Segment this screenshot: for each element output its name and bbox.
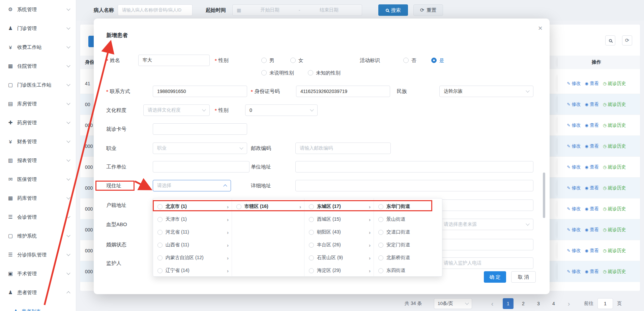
view-link[interactable]: ◉查看 xyxy=(585,81,599,87)
sidebar-item-triage-queue[interactable]: ☰ 分诊排队管理 xyxy=(0,245,76,264)
sidebar-item-system[interactable]: ⚙ 系统管理 xyxy=(0,0,76,19)
patient-source-select[interactable]: 请选择患者来源 xyxy=(439,219,533,230)
visit-history-link[interactable]: ◷就诊历史 xyxy=(603,269,626,275)
visit-history-link[interactable]: ◷就诊历史 xyxy=(603,227,626,233)
cascader-option[interactable]: 景山街道 xyxy=(374,213,443,226)
visit-history-link[interactable]: ◷就诊历史 xyxy=(603,81,626,87)
modify-link[interactable]: ✎修改 xyxy=(567,227,581,233)
cascader-option[interactable]: 西城区 (15)› xyxy=(304,213,374,226)
sidebar-item-patient-list[interactable]: ♟ 患者列表 xyxy=(0,302,76,311)
sidebar-item-finance[interactable]: ¥ 财务管理 xyxy=(0,132,76,151)
page-button-2[interactable]: 2 xyxy=(518,298,529,309)
view-link[interactable]: ◉查看 xyxy=(585,185,599,191)
cascader-option[interactable]: 朝阳区 (43)› xyxy=(304,226,374,239)
next-page-button[interactable]: › xyxy=(563,298,574,309)
sidebar-item-pharmacy[interactable]: ✚ 药房管理 xyxy=(0,113,76,132)
page-button-1[interactable]: 1 xyxy=(503,298,514,309)
occupation-select[interactable]: 职业 xyxy=(153,143,247,154)
id-number-input[interactable]: 411625192602039719 xyxy=(296,86,390,97)
view-link[interactable]: ◉查看 xyxy=(585,248,599,254)
sidebar-item-patient-mgmt[interactable]: ♟ 患者管理 xyxy=(0,283,76,302)
sidebar-item-report[interactable]: ▥ 报表管理 xyxy=(0,151,76,170)
cascader-option[interactable]: 北新桥街道 xyxy=(374,251,443,264)
cascader-option[interactable]: 市辖区 (16)› xyxy=(232,200,304,213)
page-button-3[interactable]: 3 xyxy=(533,298,544,309)
modify-link[interactable]: ✎修改 xyxy=(567,206,581,212)
modify-link[interactable]: ✎修改 xyxy=(567,81,581,87)
search-button[interactable]: 搜索 xyxy=(378,4,408,16)
sidebar-item-insurance[interactable]: ✉ 医保管理 xyxy=(0,170,76,189)
gender-code-select[interactable]: 0 xyxy=(245,104,318,116)
sidebar-item-charging[interactable]: ¥ 收费工作站 xyxy=(0,38,76,57)
ethnicity-select[interactable]: 达斡尔族 xyxy=(439,86,533,97)
gender-radio-male[interactable]: 男 xyxy=(261,55,274,66)
cascader-option[interactable]: 北京市 (1)› xyxy=(153,200,232,213)
detail-address-input[interactable] xyxy=(295,180,533,191)
page-size-select[interactable]: 10条/页 xyxy=(434,298,472,309)
modify-link[interactable]: ✎修改 xyxy=(567,122,581,128)
table-refresh-button[interactable]: ⟳ xyxy=(622,35,632,45)
prev-page-button[interactable]: ‹ xyxy=(487,298,498,309)
visit-history-link[interactable]: ◷就诊历史 xyxy=(603,101,626,107)
sidebar-item-maintenance[interactable]: ▢ 维护系统 xyxy=(0,226,76,245)
cascader-option[interactable]: 交道口街道 xyxy=(374,226,443,239)
patient-name-input[interactable]: 请输入病人名称/拼音码/病人ID xyxy=(118,4,193,16)
marital-status-input[interactable] xyxy=(439,239,533,250)
view-link[interactable]: ◉查看 xyxy=(585,227,599,233)
visit-card-input[interactable] xyxy=(153,123,247,135)
sidebar-item-outpatient[interactable]: ♟ 门诊管理 xyxy=(0,19,76,38)
close-icon[interactable]: × xyxy=(538,24,543,33)
cascader-option[interactable]: 东城区 (17)› xyxy=(304,200,374,213)
guardian-phone-input[interactable]: 请输入监护人电话 xyxy=(439,257,533,269)
active-flag-radio-yes[interactable]: 是 xyxy=(431,55,444,66)
sidebar-item-inpatient[interactable]: ▦ 住院管理 xyxy=(0,57,76,75)
visit-history-link[interactable]: ◷就诊历史 xyxy=(603,206,626,212)
modify-link[interactable]: ✎修改 xyxy=(567,185,581,191)
name-input[interactable]: 牢大 xyxy=(138,55,210,66)
cascader-option[interactable]: 石景山区 (9)› xyxy=(304,251,374,264)
reset-button[interactable]: ⟳ 重置 xyxy=(413,4,443,16)
confirm-button[interactable]: 确 定 xyxy=(484,271,506,283)
view-link[interactable]: ◉查看 xyxy=(585,269,599,275)
visit-history-link[interactable]: ◷就诊历史 xyxy=(603,248,626,254)
cascader-option[interactable]: 内蒙古自治区 (12)› xyxy=(153,251,232,264)
contact-input[interactable]: 19880991650 xyxy=(153,86,247,97)
cascader-option[interactable]: 海淀区 (29)› xyxy=(304,264,374,277)
cascader-option[interactable]: 安定门街道 xyxy=(374,239,443,251)
cascader-option[interactable]: 山西省 (11)› xyxy=(153,239,232,251)
goto-page-input[interactable]: 1 xyxy=(597,298,613,309)
gender-radio-unstated[interactable]: 未说明性别 xyxy=(261,67,294,79)
sidebar-item-doctor-station[interactable]: ▢ 门诊医生工作站 xyxy=(0,75,76,94)
modify-link[interactable]: ✎修改 xyxy=(567,269,581,275)
active-flag-radio-no[interactable]: 否 xyxy=(403,55,416,66)
view-link[interactable]: ◉查看 xyxy=(585,143,599,149)
unit-address-input[interactable] xyxy=(295,161,533,173)
gender-radio-unknown[interactable]: 未知的性别 xyxy=(308,67,341,79)
date-range-picker[interactable]: ▦ 开始日期 - 结束日期 xyxy=(232,4,362,16)
work-unit-input[interactable] xyxy=(153,161,250,173)
view-link[interactable]: ◉查看 xyxy=(585,206,599,212)
visit-history-link[interactable]: ◷就诊历史 xyxy=(603,185,626,191)
current-address-select[interactable]: 请选择 xyxy=(153,180,231,191)
visit-history-link[interactable]: ◷就诊历史 xyxy=(603,164,626,170)
visit-history-link[interactable]: ◷就诊历史 xyxy=(603,122,626,128)
modify-link[interactable]: ✎修改 xyxy=(567,101,581,107)
visit-history-link[interactable]: ◷就诊历史 xyxy=(603,143,626,149)
modify-link[interactable]: ✎修改 xyxy=(567,164,581,170)
page-button-4[interactable]: 4 xyxy=(548,298,559,309)
education-select[interactable]: 请选择文化程度 xyxy=(143,104,210,116)
cascader-option[interactable]: 东华门街道 xyxy=(374,200,443,213)
cascader-option[interactable]: 丰台区 (26)› xyxy=(304,239,374,251)
sidebar-item-surgery[interactable]: ▣ 手术管理 xyxy=(0,264,76,283)
modify-link[interactable]: ✎修改 xyxy=(567,143,581,149)
postal-code-input[interactable]: 请输入邮政编码 xyxy=(295,143,391,154)
cascader-option[interactable]: 河北省 (11)› xyxy=(153,226,232,239)
cascader-option[interactable]: 东四街道 xyxy=(374,264,443,277)
sidebar-item-consultation[interactable]: ☰ 会诊管理 xyxy=(0,208,76,226)
sidebar-item-warehouse[interactable]: ▤ 库房管理 xyxy=(0,94,76,113)
view-link[interactable]: ◉查看 xyxy=(585,164,599,170)
sidebar-item-drugstore[interactable]: ▦ 药库管理 xyxy=(0,189,76,208)
gender-radio-female[interactable]: 女 xyxy=(290,55,303,66)
view-link[interactable]: ◉查看 xyxy=(585,101,599,107)
modify-link[interactable]: ✎修改 xyxy=(567,248,581,254)
